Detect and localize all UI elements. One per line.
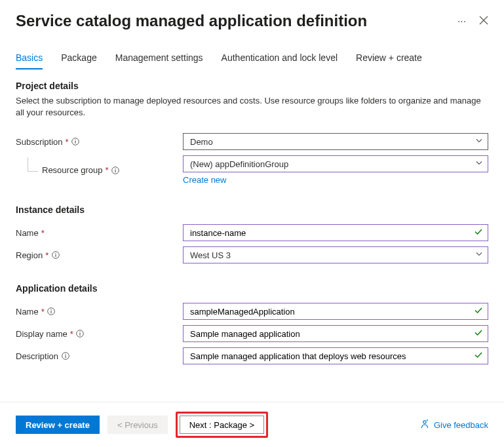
required-indicator: * [41,228,45,238]
svg-rect-17 [65,355,66,358]
tab-review-create[interactable]: Review + create [356,49,422,69]
display-name-input[interactable] [183,325,488,342]
instance-name-label: Name [16,228,39,238]
info-icon[interactable] [71,138,80,146]
required-indicator: * [45,250,48,260]
instance-details-heading: Instance details [16,204,488,215]
region-value: West US 3 [190,250,231,260]
info-icon[interactable] [61,352,69,360]
svg-point-7 [55,253,56,254]
tree-indent-line [28,157,38,172]
app-name-label: Name [16,307,39,317]
description-label: Description [16,351,58,361]
tab-authentication[interactable]: Authentication and lock level [222,49,338,69]
region-select[interactable]: West US 3 [183,246,488,263]
svg-point-4 [115,168,115,169]
next-button[interactable]: Next : Package > [180,416,264,434]
more-icon[interactable]: ⋯ [457,16,466,26]
feedback-label: Give feedback [434,420,488,430]
required-indicator: * [66,137,69,147]
svg-rect-8 [55,254,56,257]
project-details-heading: Project details [16,81,488,91]
svg-rect-11 [51,311,52,313]
resource-group-value: (New) appDefinitionGroup [190,159,288,169]
subscription-value: Demo [190,137,213,147]
required-indicator: * [70,329,73,339]
subscription-select[interactable]: Demo [183,133,488,150]
page-title: Service catalog managed application defi… [16,12,367,30]
resource-group-label: Resource group [42,165,103,175]
tab-management-settings[interactable]: Management settings [115,49,203,69]
svg-rect-2 [75,141,76,144]
info-icon[interactable] [76,330,85,338]
svg-point-10 [51,309,52,310]
svg-rect-5 [115,170,115,172]
feedback-icon [419,419,430,431]
svg-rect-14 [80,333,81,336]
next-button-highlight: Next : Package > [176,412,268,438]
required-indicator: * [106,165,109,175]
tab-package[interactable]: Package [61,49,96,69]
previous-button: < Previous [107,416,168,434]
application-details-heading: Application details [16,283,488,294]
info-icon[interactable] [51,251,60,260]
footer: Review + create < Previous Next : Packag… [0,402,504,447]
create-new-link[interactable]: Create new [183,175,226,185]
info-icon[interactable] [111,166,120,174]
subscription-label: Subscription [16,137,63,147]
display-name-label: Display name [16,329,68,339]
resource-group-select[interactable]: (New) appDefinitionGroup [183,155,488,172]
info-icon[interactable] [47,307,56,316]
close-icon[interactable] [479,16,488,27]
svg-point-18 [423,420,426,423]
svg-point-16 [65,354,66,355]
tabs: Basics Package Management settings Authe… [16,49,488,70]
give-feedback-link[interactable]: Give feedback [419,419,488,431]
svg-point-1 [75,140,75,140]
description-input[interactable] [183,347,488,364]
app-name-input[interactable] [183,303,488,320]
region-label: Region [16,250,43,260]
required-indicator: * [41,307,45,317]
tab-basics[interactable]: Basics [16,49,43,69]
svg-point-13 [80,332,81,332]
project-details-desc: Select the subscription to manage deploy… [16,95,488,119]
instance-name-input[interactable] [183,224,488,241]
review-create-button[interactable]: Review + create [16,416,100,434]
